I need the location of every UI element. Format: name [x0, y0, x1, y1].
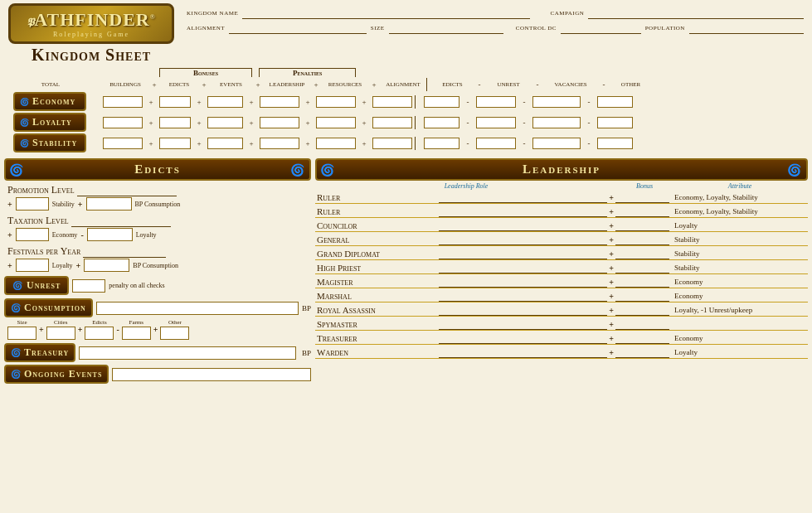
taxation-sub-row: + Economy - Loyalty [7, 228, 308, 241]
stat-events-2[interactable] [260, 138, 299, 149]
stat-other-0[interactable] [597, 96, 633, 108]
leadership-panel: 🌀 Leadership 🌀 Leadership Role Bonus Att… [315, 158, 808, 511]
leadership-col-headers: Leadership Role Bonus Attribute [315, 182, 808, 190]
leadership-rows: Ruler + Economy, Loyalty, Stability Rule… [315, 191, 808, 359]
leader-bonus-2[interactable] [615, 220, 669, 231]
stat-events-1[interactable] [260, 117, 299, 128]
leader-bonus-8[interactable] [615, 304, 669, 316]
treasury-input[interactable] [79, 346, 296, 360]
festivals-loyalty-input[interactable] [16, 259, 49, 272]
leader-bonus-1[interactable] [615, 206, 669, 217]
festivals-row: Festivals per Year + Loyalty + BP Consum… [4, 245, 311, 272]
stat-buildings-2[interactable] [159, 138, 191, 149]
stat-edicts-pen-2[interactable] [424, 138, 459, 149]
kingdom-name-label: Kingdom Name [187, 10, 238, 17]
stat-buildings-0[interactable] [159, 96, 191, 108]
stat-edicts-pen-1[interactable] [424, 117, 459, 128]
leader-name-6: Magister [317, 277, 437, 287]
leader-line-3 [439, 234, 607, 245]
leader-bonus-9[interactable] [615, 318, 669, 330]
leader-bonus-3[interactable] [615, 234, 669, 245]
leader-attr-1: Economy, Loyalty, Stability [669, 207, 806, 215]
consumption-cities-input[interactable] [46, 327, 75, 340]
col-events: Events [212, 81, 250, 88]
edicts-header: 🌀 Edicts 🌀 [4, 158, 311, 181]
bp-headers: Bonuses Penalties [7, 68, 805, 77]
ongoing-events-input[interactable] [112, 368, 311, 381]
stat-alignment-0[interactable] [372, 96, 412, 108]
stat-unrest-0[interactable] [476, 96, 516, 108]
stat-total-0[interactable] [103, 96, 143, 108]
kingdom-name-field[interactable] [242, 7, 529, 19]
stat-label-stability: 🌀 Stability [13, 133, 86, 152]
stat-alignment-2[interactable] [372, 138, 412, 149]
leader-bonus-7[interactable] [615, 290, 669, 302]
leader-bonus-10[interactable] [615, 332, 669, 344]
size-field[interactable] [389, 22, 503, 34]
stat-events-0[interactable] [260, 96, 299, 108]
leader-row: Ruler + Economy, Loyalty, Stability [315, 191, 808, 204]
stat-buildings-1[interactable] [159, 117, 191, 128]
leadership-header: 🌀 Leadership 🌀 [315, 158, 808, 181]
col-alignment: Alignment [382, 81, 424, 88]
header-row-1: Kingdom Name Campaign [187, 7, 804, 19]
header-row-2: Alignment Size Control DC Population [187, 22, 804, 34]
stat-resources-2[interactable] [316, 138, 356, 149]
leader-name-0: Ruler [317, 192, 437, 202]
stat-unrest-2[interactable] [476, 138, 516, 149]
leader-name-10: Treasurer [317, 333, 437, 343]
leader-line-5 [439, 262, 607, 273]
leader-name-7: Marshal [317, 291, 437, 301]
stat-alignment-1[interactable] [372, 117, 412, 128]
stat-edicts-1[interactable] [207, 117, 243, 128]
stat-edicts-pen-0[interactable] [424, 96, 459, 108]
population-field[interactable] [689, 22, 804, 34]
control-dc-field[interactable] [561, 22, 641, 34]
leader-row: Treasurer + Economy [315, 332, 808, 345]
stat-vacancies-1[interactable] [532, 117, 581, 128]
promotion-sub-row: + Stability + BP Consumption [7, 197, 308, 211]
stat-total-1[interactable] [103, 117, 143, 128]
unrest-input[interactable] [72, 279, 105, 293]
consumption-edicts-input[interactable] [85, 327, 114, 340]
stat-resources-0[interactable] [316, 96, 356, 108]
campaign-field[interactable] [588, 7, 804, 19]
stat-other-2[interactable] [597, 138, 633, 149]
stat-vacancies-0[interactable] [532, 96, 581, 108]
stat-vacancies-2[interactable] [532, 138, 581, 149]
leader-attr-10: Economy [669, 334, 806, 342]
leader-line-4 [439, 248, 607, 259]
festivals-loyalty-label: Loyalty [52, 262, 73, 269]
stat-edicts-0[interactable] [207, 96, 243, 108]
consumption-farms-input[interactable] [122, 327, 151, 340]
leader-line-1 [439, 206, 607, 217]
leader-bonus-5[interactable] [615, 262, 669, 273]
consumption-other-label: Other [168, 319, 182, 326]
leader-line-8 [439, 304, 607, 316]
leader-bonus-11[interactable] [615, 346, 669, 358]
stat-scroll-0: 🌀 [20, 98, 30, 106]
taxation-economy-input[interactable] [16, 228, 49, 241]
consumption-size-input[interactable] [7, 327, 36, 340]
leader-bonus-6[interactable] [615, 276, 669, 288]
consumption-other-input[interactable] [160, 327, 189, 340]
leader-line-11 [439, 346, 607, 358]
leader-row: High Priest + Stability [315, 262, 808, 274]
promotion-stability-input[interactable] [16, 197, 49, 211]
leader-bonus-0[interactable] [615, 191, 669, 203]
stat-resources-1[interactable] [316, 117, 356, 128]
treasury-label: 🌀 Treasury [4, 343, 75, 362]
taxation-loyalty-input[interactable] [87, 228, 133, 241]
leader-bonus-4[interactable] [615, 248, 669, 259]
stat-unrest-1[interactable] [476, 117, 516, 128]
alignment-field[interactable] [229, 22, 367, 34]
promotion-bp-input[interactable] [86, 197, 132, 211]
penalties-group: Penalties [259, 68, 356, 77]
stat-edicts-2[interactable] [207, 138, 243, 149]
leader-name-11: Warden [317, 347, 437, 357]
stat-other-1[interactable] [597, 117, 633, 128]
consumption-input[interactable] [96, 302, 299, 315]
festivals-bp-input[interactable] [84, 259, 129, 272]
consumption-scroll: 🌀 [11, 303, 22, 312]
stat-total-2[interactable] [103, 138, 143, 149]
